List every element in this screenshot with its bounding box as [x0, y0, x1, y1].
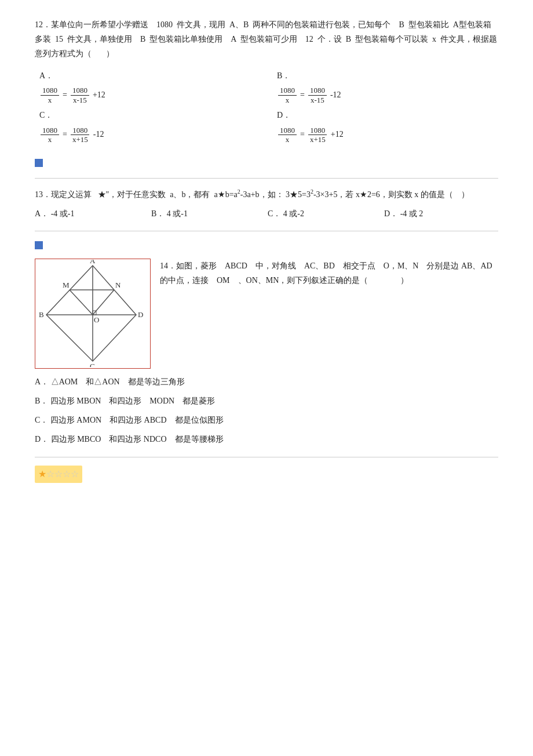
q14-number: 14 [160, 261, 168, 270]
question-13: 13．现定义运算 ★"，对于任意实数 a、b，都有 a★b=a2-3a+b，如：… [35, 187, 498, 220]
divider-1 [35, 178, 498, 179]
q13-a-value: -4 或-1 [51, 209, 75, 218]
q13-d-value: -4 或 2 [400, 209, 424, 218]
q13-options: A． -4 或-1 B． 4 或-1 C． 4 或-2 D． -4 或 2 [35, 208, 498, 220]
q12-text: 12．某单位向一所希望小学赠送 1080 件文具，现用 A、B 两种不同的包装箱… [35, 17, 498, 61]
q12-b-den1: x [284, 96, 291, 105]
q13-text: 13．现定义运算 ★"，对于任意实数 a、b，都有 a★b=a2-3a+b，如：… [35, 187, 498, 202]
q14-option-b: B． 四边形 MBON 和四边形 MODN 都是菱形 [35, 394, 498, 408]
blue-marker-2 [35, 241, 43, 249]
q12-c-den1: x [46, 135, 54, 144]
q12-c-den2: x+15 [71, 135, 90, 144]
q12-b-tail: -12 [330, 89, 341, 101]
q12-b-num1: 1080 [278, 86, 297, 96]
q12-a-den1: x [46, 96, 54, 105]
q12-b-equation: 1080 x = 1080 x-15 -12 [277, 86, 494, 104]
q12-c-eq: = [63, 128, 67, 141]
q12-a-label: A． [39, 70, 256, 82]
q14-option-c: C． 四边形 AMON 和四边形 ABCD 都是位似图形 [35, 413, 498, 427]
star-rating: ★☆☆☆☆ [35, 466, 82, 483]
q12-d-frac2: 1080 x+15 [308, 126, 327, 144]
q14-d-label: D． [35, 435, 49, 444]
svg-line-4 [70, 290, 93, 315]
q12-option-b: B． 1080 x = 1080 x-15 -12 [272, 67, 498, 107]
q14-option-d: D． 四边形 MBCO 和四边形 NDCO 都是等腰梯形 [35, 432, 498, 446]
q12-c-label: C． [39, 109, 256, 122]
q12-d-eq: = [300, 128, 305, 141]
divider-2 [35, 231, 498, 231]
q14-svg: A B C D M N O [38, 260, 148, 367]
q13-option-c: C． 4 或-2 [268, 208, 382, 220]
q14-a-text: △AOM 和△AON 都是等边三角形 [51, 377, 185, 386]
q12-number: 12 [35, 20, 43, 29]
q13-option-a: A． -4 或-1 [35, 208, 149, 220]
q12-d-den2: x+15 [308, 135, 327, 144]
q12-a-frac2: 1080 x-15 [71, 86, 89, 104]
q12-b-num2: 1080 [308, 86, 327, 96]
q14-b-label: B． [35, 397, 48, 405]
q14-c-label: C． [35, 416, 48, 424]
svg-text:B: B [39, 310, 44, 319]
q14-c-text: 四边形 AMON 和四边形 ABCD 都是位似图形 [50, 416, 224, 424]
svg-text:C: C [90, 362, 95, 367]
q14-b-text: 四边形 MBON 和四边形 MODN 都是菱形 [50, 397, 215, 405]
q14-marker-area [35, 239, 498, 252]
q12-d-den1: x [284, 135, 291, 144]
q12-a-equation: 1080 x = 1080 x-15 +12 [39, 86, 256, 104]
blue-marker-1 [35, 159, 43, 167]
q12-d-equation: 1080 x = 1080 x+15 +12 [277, 126, 494, 144]
question-14: A B C D M N O 14．如图，菱形 ABCD 中，对角线 AC、BD … [35, 259, 498, 447]
divider-3 [35, 457, 498, 457]
q12-c-frac2: 1080 x+15 [71, 126, 90, 144]
q14-text: 14．如图，菱形 ABCD 中，对角线 AC、BD 相交于点 O，M、N 分别是… [160, 259, 498, 288]
q14-option-a: A． △AOM 和△AON 都是等边三角形 [35, 375, 498, 389]
q12-a-den2: x-15 [71, 96, 89, 105]
q14-options-list: A． △AOM 和△AON 都是等边三角形 B． 四边形 MBON 和四边形 M… [35, 375, 498, 447]
q12-c-equation: 1080 x = 1080 x+15 -12 [39, 126, 256, 144]
q12-c-tail: -12 [93, 128, 104, 141]
q12-option-d: D． 1080 x = 1080 x+15 +12 [272, 107, 498, 147]
q12-option-a: A． 1080 x = 1080 x-15 +12 [35, 67, 261, 107]
q12-d-frac1: 1080 x [278, 126, 297, 144]
q12-c-num1: 1080 [41, 126, 59, 136]
q13-c-value: 4 或-2 [283, 209, 304, 218]
q12-b-label: B． [277, 70, 494, 82]
q12-a-num1: 1080 [41, 86, 59, 96]
star-filled-1: ★ [38, 469, 46, 479]
q14-figure: A B C D M N O [35, 259, 151, 369]
star-empty-4: ☆ [71, 469, 79, 479]
q13-a-label: A． [35, 209, 49, 218]
q12-a-num2: 1080 [71, 86, 89, 96]
q14-d-text: 四边形 MBCO 和四边形 NDCO 都是等腰梯形 [51, 435, 224, 444]
q13-b-value: 4 或-1 [167, 209, 188, 218]
svg-text:N: N [115, 281, 121, 289]
svg-text:A: A [90, 260, 96, 265]
q13-c-label: C． [268, 209, 281, 218]
q12-marker-area [35, 157, 498, 170]
star-empty-1: ☆ [46, 469, 54, 479]
question-12: 12．某单位向一所希望小学赠送 1080 件文具，现用 A、B 两种不同的包装箱… [35, 17, 498, 147]
star-empty-3: ☆ [63, 469, 71, 479]
q13-d-label: D． [384, 209, 398, 218]
q12-option-c: C． 1080 x = 1080 x+15 -12 [35, 107, 261, 147]
q12-d-tail: +12 [331, 128, 344, 141]
q12-c-frac1: 1080 x [41, 126, 59, 144]
q12-b-eq: = [300, 89, 305, 101]
q12-b-frac2: 1080 x-15 [308, 86, 327, 104]
q12-options-grid: A． 1080 x = 1080 x-15 +12 B． 1080 x [35, 67, 498, 147]
svg-text:O: O [94, 315, 99, 324]
q13-b-label: B． [151, 209, 165, 218]
q12-b-den2: x-15 [309, 96, 326, 105]
q12-d-num2: 1080 [308, 126, 327, 136]
q12-d-label: D． [277, 109, 494, 122]
q13-option-d: D． -4 或 2 [384, 208, 498, 220]
q12-b-frac1: 1080 x [278, 86, 297, 104]
q13-option-b: B． 4 或-1 [151, 208, 265, 220]
q12-a-frac1: 1080 x [41, 86, 59, 104]
svg-text:M: M [63, 281, 70, 289]
q14-figure-container: A B C D M N O 14．如图，菱形 ABCD 中，对角线 AC、BD … [35, 259, 498, 369]
q14-a-label: A． [35, 377, 49, 386]
q12-a-eq: = [63, 89, 67, 101]
svg-text:D: D [138, 310, 143, 319]
q12-a-tail: +12 [93, 89, 105, 101]
